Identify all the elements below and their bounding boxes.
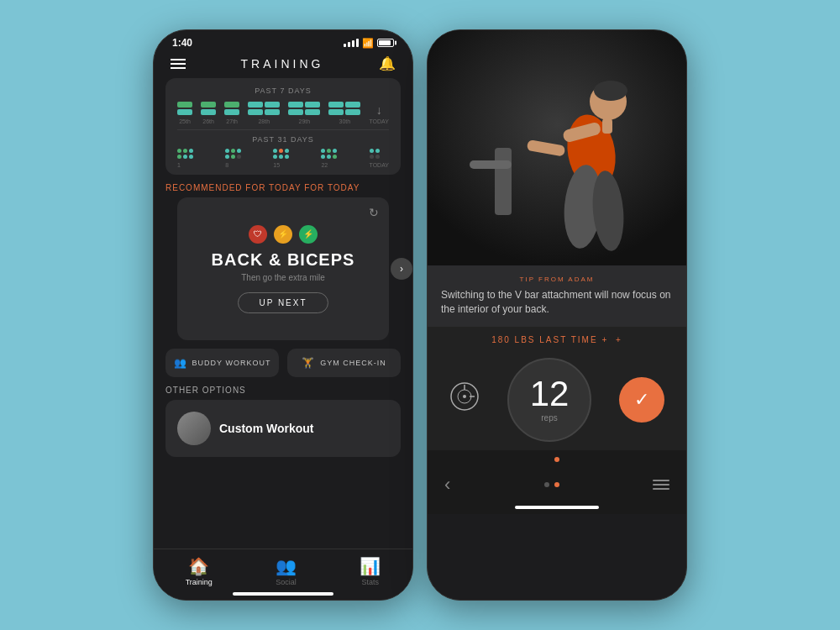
for-today-accent: FOR TODAY [304, 183, 360, 192]
svg-rect-9 [470, 160, 512, 169]
complete-rep-button[interactable]: ✓ [619, 377, 664, 423]
buddy-workout-icon: 👥 [174, 357, 187, 369]
workout-card: ↻ 🛡 ⚡ ⚡ BACK & BICEPS Then go the extra … [177, 197, 389, 340]
notification-bell-icon[interactable]: 🔔 [379, 55, 396, 71]
workout-title: BACK & BICEPS [212, 250, 355, 270]
day-label: 29th [299, 118, 311, 124]
menu-button[interactable] [171, 59, 186, 69]
buddy-workout-button[interactable]: 👥 BUDDY WORKOUT [165, 349, 279, 377]
counter-section: 180 LBS LAST TIME + + 12 reps [428, 327, 686, 450]
buddy-workout-label: BUDDY WORKOUT [192, 359, 271, 367]
day-col-29: 29th [288, 102, 320, 124]
carousel-next-icon[interactable]: › [391, 258, 412, 280]
nav-social[interactable]: 👥 Social [276, 556, 297, 586]
svg-point-15 [463, 395, 466, 398]
past7-label: PAST 7 DAYS [177, 87, 389, 95]
svg-rect-3 [602, 118, 612, 134]
tip-from-label: TIP FROM ADAM [441, 276, 673, 283]
battery-icon [377, 39, 394, 47]
day-col-27: 27th [224, 102, 239, 124]
dots-grid: 1 8 [177, 149, 389, 168]
stats-card: PAST 7 DAYS 25th [165, 78, 401, 175]
rep-number: 12 [530, 376, 570, 412]
page-dot-2 [554, 482, 559, 487]
badge-icon-yellow: ⚡ [274, 225, 292, 244]
nav-controls: ‹ [444, 469, 669, 501]
athlete-svg [428, 30, 686, 265]
tip-text: Switching to the V bar attachment will n… [441, 288, 673, 317]
action-buttons: 👥 BUDDY WORKOUT 🏋 GYM CHECK-IN [165, 349, 401, 377]
badge-icon-red: 🛡 [249, 225, 267, 244]
back-button[interactable]: ‹ [444, 474, 450, 496]
whistle-icon [449, 381, 480, 417]
nav-training[interactable]: 🏠 Training [186, 556, 213, 586]
progress-indicator [444, 457, 669, 462]
grid-label: 8 [225, 162, 241, 168]
signal-icon [344, 39, 359, 47]
last-time-label: 180 LBS LAST TIME + + [491, 335, 622, 344]
day-label: 25th [179, 118, 191, 124]
recommended-label: RECOMMENDED [165, 183, 243, 192]
week-bars: 25th 26th 27th [177, 102, 389, 124]
training-nav-icon: 🏠 [188, 556, 209, 576]
other-options-label: OTHER OPTIONS [165, 386, 401, 395]
reps-label: reps [541, 413, 557, 423]
home-bar [233, 592, 333, 596]
grid-label: 22 [321, 162, 337, 168]
day-col-30: 30th [328, 102, 360, 124]
stats-nav-label: Stats [362, 578, 380, 586]
grid-label: 1 [177, 162, 193, 168]
wifi-icon: 📶 [362, 38, 374, 49]
download-icon: ↓ [376, 103, 382, 117]
rep-counter: 12 reps [507, 358, 591, 442]
day-col-26: 26th [201, 102, 216, 124]
up-next-button[interactable]: UP NEXT [238, 292, 328, 313]
for-today-label: FOR TODAY [245, 183, 301, 192]
plus-icon: + [601, 335, 608, 344]
past31-label: PAST 31 DAYS [177, 135, 389, 144]
add-icon[interactable]: + [616, 335, 622, 344]
gym-checkin-icon: 🏋 [302, 357, 315, 369]
progress-dot-active [554, 457, 559, 462]
day-label: 27th [226, 118, 238, 124]
social-nav-icon: 👥 [276, 556, 297, 576]
bottom-controls: ‹ [428, 450, 686, 514]
time-display: 1:40 [172, 37, 192, 49]
page-dots [544, 482, 559, 487]
counter-row: 12 reps ✓ [441, 358, 673, 442]
share-icon[interactable]: ↻ [369, 206, 379, 219]
phone-2: TIP FROM ADAM Switching to the V bar att… [427, 29, 687, 601]
nav-stats[interactable]: 📊 Stats [360, 556, 381, 586]
day-col-25: 25th [177, 102, 192, 124]
bottom-nav: 🏠 Training 👥 Social 📊 Stats [154, 549, 412, 600]
today-download-col: ↓ TODAY [369, 103, 388, 124]
workout-badge-icons: 🛡 ⚡ ⚡ [249, 225, 318, 244]
home-bar-2 [515, 506, 599, 509]
page-dot-1 [544, 482, 549, 487]
workout-card-container: ↻ 🛡 ⚡ ⚡ BACK & BICEPS Then go the extra … [165, 197, 401, 340]
status-bar-1: 1:40 📶 [154, 30, 412, 52]
day-col-28: 28th [248, 102, 280, 124]
last-time-weight: 180 LBS LAST TIME [491, 335, 597, 344]
menu-icon[interactable] [653, 480, 669, 490]
day-label: 30th [339, 118, 351, 124]
day-label: 28th [258, 118, 270, 124]
custom-workout-title: Custom Workout [219, 422, 314, 435]
svg-point-10 [594, 81, 627, 101]
gym-checkin-button[interactable]: 🏋 GYM CHECK-IN [287, 349, 401, 377]
page-title: TRAINING [241, 57, 324, 71]
badge-icon-green: ⚡ [299, 225, 318, 244]
grid-label: 15 [273, 162, 289, 168]
training-nav-label: Training [186, 578, 213, 586]
phone-1: 1:40 📶 TRAINING [153, 29, 413, 601]
svg-rect-8 [495, 148, 512, 215]
custom-workout-card[interactable]: Custom Workout [165, 400, 401, 457]
gym-checkin-label: GYM CHECK-IN [320, 359, 386, 367]
workout-subtitle: Then go the extra mile [241, 273, 325, 282]
status-icons: 📶 [344, 38, 394, 49]
phone1-content: TRAINING 🔔 PAST 7 DAYS 25th [154, 52, 412, 585]
workout-image [428, 30, 686, 265]
custom-workout-avatar [177, 412, 211, 445]
tip-card: TIP FROM ADAM Switching to the V bar att… [428, 265, 686, 327]
today-label: TODAY [369, 118, 388, 124]
